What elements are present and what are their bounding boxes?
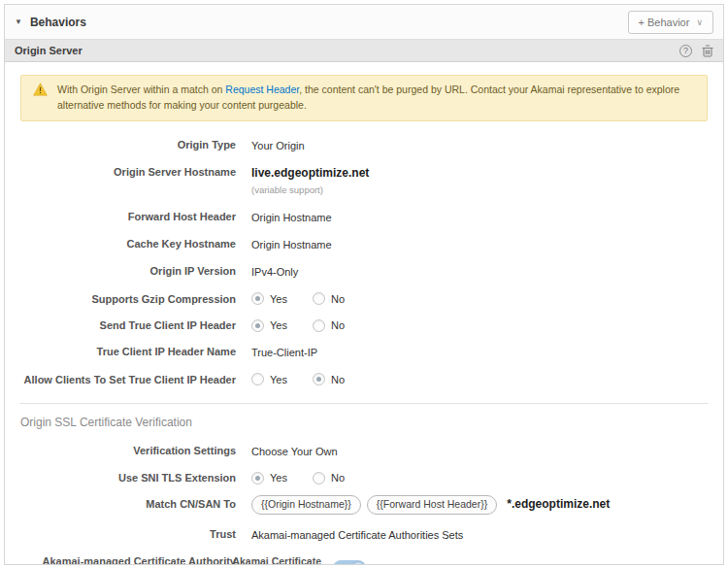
- field-ca-sets: Akamai-managed Certificate Authority Set…: [20, 554, 708, 565]
- field-label: Origin Type: [20, 138, 251, 151]
- field-label: Use SNI TLS Extension: [20, 471, 251, 484]
- field-label: Verification Settings: [20, 444, 251, 457]
- radio-yes-label: Yes: [270, 471, 287, 484]
- toggle-state-label: Enabled: [375, 562, 413, 565]
- field-match-cn-san: Match CN/SAN To {{Origin Hostname}} {{Fo…: [20, 497, 708, 515]
- behaviors-panel: ▼ Behaviors + Behavior ∨ Origin Server ?…: [4, 4, 724, 565]
- radio-circle[interactable]: [251, 373, 264, 385]
- radio-yes[interactable]: Yes: [251, 471, 287, 484]
- akamai-store-toggle[interactable]: [333, 560, 366, 565]
- field-label: Origin Server Hostname: [20, 165, 251, 179]
- field-true-client-ip-header-name: True Client IP Header Name True-Client-I…: [20, 345, 708, 359]
- radio-no-label: No: [331, 292, 345, 306]
- radio-no-label: No: [331, 373, 345, 386]
- variable-support-note: (variable support): [251, 184, 369, 196]
- radio-no-label: No: [331, 318, 345, 332]
- field-label: Forward Host Header: [20, 210, 251, 223]
- field-label: Supports Gzip Compression: [20, 292, 251, 306]
- behaviors-header: ▼ Behaviors + Behavior ∨: [5, 5, 723, 40]
- add-behavior-label: + Behavior: [639, 17, 690, 28]
- field-value: Choose Your Own: [251, 444, 338, 458]
- radio-yes-label: Yes: [270, 373, 287, 386]
- field-send-true-client-ip: Send True Client IP Header Yes No: [20, 318, 708, 332]
- match-extra-value: *.edgeoptimize.net: [507, 497, 610, 513]
- field-label: Trust: [20, 527, 251, 541]
- field-value: IPv4-Only: [251, 264, 298, 279]
- chevron-down-icon: ∨: [696, 17, 703, 27]
- field-origin-server-hostname: Origin Server Hostname live.edgeoptimize…: [20, 165, 708, 197]
- add-behavior-button[interactable]: + Behavior ∨: [628, 11, 714, 34]
- toggle-knob: [352, 562, 364, 565]
- hostname-pill: {{Origin Hostname}}: [251, 495, 361, 515]
- radio-no-label: No: [331, 471, 345, 484]
- radio-no[interactable]: No: [313, 471, 345, 484]
- origin-server-body: With Origin Server within a match on Req…: [5, 62, 723, 565]
- field-origin-ip-version: Origin IP Version IPv4-Only: [20, 264, 708, 279]
- radio-no[interactable]: No: [313, 373, 345, 386]
- origin-hostname-value: live.edgeoptimize.net: [251, 166, 369, 182]
- warning-icon: [33, 83, 48, 100]
- purge-warning-banner: With Origin Server within a match on Req…: [20, 75, 708, 121]
- radio-circle[interactable]: [313, 292, 325, 305]
- radio-circle[interactable]: [251, 319, 264, 332]
- field-use-sni: Use SNI TLS Extension Yes No: [20, 471, 708, 484]
- field-value: Akamai-managed Certificate Authorities S…: [251, 527, 463, 542]
- field-cache-key-hostname: Cache Key Hostname Origin Hostname: [20, 237, 708, 251]
- ca-store-label: Akamai Certificate Store: [213, 555, 321, 565]
- field-allow-clients-set-tcip: Allow Clients To Set True Client IP Head…: [20, 373, 708, 386]
- field-verification-settings: Verification Settings Choose Your Own: [20, 444, 708, 458]
- view-ca-set-link[interactable]: View CA Set: [426, 562, 482, 565]
- forward-host-header-pill: {{Forward Host Header}}: [367, 495, 497, 515]
- radio-no[interactable]: No: [313, 292, 345, 306]
- radio-yes-label: Yes: [270, 318, 287, 332]
- help-icon[interactable]: ?: [679, 45, 692, 57]
- radio-yes[interactable]: Yes: [251, 292, 287, 306]
- request-header-link[interactable]: Request Header: [225, 84, 299, 95]
- radio-no[interactable]: No: [313, 318, 345, 332]
- field-forward-host-header: Forward Host Header Origin Hostname: [20, 210, 708, 224]
- radio-circle[interactable]: [251, 292, 264, 305]
- field-label: Match CN/SAN To: [20, 497, 251, 511]
- field-value: Origin Hostname: [251, 237, 332, 251]
- ssl-verification-section-title: Origin SSL Certificate Verification: [20, 416, 708, 429]
- radio-circle[interactable]: [313, 319, 325, 332]
- field-label: Cache Key Hostname: [20, 237, 251, 251]
- field-label: True Client IP Header Name: [20, 345, 251, 358]
- field-value: Origin Hostname: [251, 210, 332, 224]
- field-label: Allow Clients To Set True Client IP Head…: [20, 373, 251, 386]
- divider: [20, 403, 708, 404]
- field-trust: Trust Akamai-managed Certificate Authori…: [20, 527, 708, 542]
- radio-yes-label: Yes: [270, 292, 287, 306]
- collapse-caret-icon[interactable]: ▼: [15, 17, 22, 26]
- radio-circle[interactable]: [313, 373, 325, 385]
- behaviors-title: Behaviors: [30, 16, 86, 29]
- radio-circle[interactable]: [251, 472, 264, 484]
- warning-text: With Origin Server within a match on Req…: [57, 83, 695, 114]
- delete-icon[interactable]: [702, 45, 713, 57]
- radio-yes[interactable]: Yes: [251, 318, 287, 332]
- field-origin-type: Origin Type Your Origin: [20, 138, 708, 152]
- ca-row-akamai-store: Akamai Certificate Store Enabled View CA…: [213, 555, 482, 565]
- field-value: Your Origin: [251, 138, 305, 152]
- radio-circle[interactable]: [313, 472, 325, 484]
- field-value: True-Client-IP: [251, 345, 317, 359]
- field-label: Send True Client IP Header: [20, 318, 251, 332]
- radio-yes[interactable]: Yes: [251, 373, 287, 386]
- origin-server-section-header: Origin Server ?: [5, 40, 723, 62]
- field-supports-gzip: Supports Gzip Compression Yes No: [20, 292, 708, 306]
- origin-server-form: Origin Type Your Origin Origin Server Ho…: [20, 138, 708, 566]
- origin-server-title: Origin Server: [15, 45, 83, 56]
- field-label: Origin IP Version: [20, 264, 251, 278]
